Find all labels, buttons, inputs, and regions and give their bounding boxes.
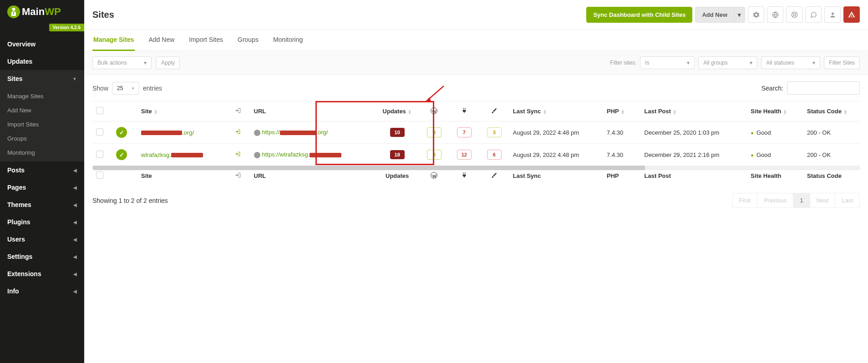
last-sync-cell: August 29, 2022 4:48 pm bbox=[509, 144, 603, 166]
last-sync-cell: August 29, 2022 4:48 pm bbox=[509, 121, 603, 144]
apply-button[interactable]: Apply bbox=[156, 56, 180, 69]
tab-groups[interactable]: Groups bbox=[237, 30, 259, 51]
nav-plugins[interactable]: Plugins◀ bbox=[0, 213, 84, 231]
nav-themes[interactable]: Themes◀ bbox=[0, 196, 84, 213]
page-last[interactable]: Last bbox=[835, 193, 860, 208]
add-new-button[interactable]: Add New bbox=[695, 7, 734, 23]
select-all-footer-checkbox[interactable] bbox=[96, 171, 103, 179]
col-last-post[interactable]: Last Post bbox=[645, 108, 671, 115]
theme-updates-badge[interactable]: 6 bbox=[487, 150, 502, 160]
svg-point-4 bbox=[832, 12, 834, 15]
nav-sub-groups[interactable]: Groups bbox=[0, 131, 84, 146]
help-icon[interactable] bbox=[786, 6, 802, 23]
row-checkbox[interactable] bbox=[96, 128, 103, 136]
health-cell: Good bbox=[751, 151, 771, 158]
status-ok-icon bbox=[116, 127, 127, 138]
caret-left-icon: ◀ bbox=[73, 237, 77, 242]
wp-updates-badge[interactable]: 0 bbox=[427, 127, 442, 137]
tab-manage-sites[interactable]: Manage Sites bbox=[92, 30, 135, 51]
filter-is-select[interactable]: Is▾ bbox=[640, 56, 695, 69]
nav-sites[interactable]: Sites▼ bbox=[0, 70, 84, 87]
filter-groups-select[interactable]: All groups▾ bbox=[698, 56, 757, 69]
page-prev[interactable]: Previous bbox=[757, 193, 794, 208]
nav-extensions[interactable]: Extensions◀ bbox=[0, 265, 84, 282]
bulk-actions-select[interactable]: Bulk actions▾ bbox=[92, 56, 152, 69]
url-link[interactable]: https://.org/ bbox=[254, 129, 328, 136]
page-first[interactable]: First bbox=[732, 193, 757, 208]
col-php[interactable]: PHP bbox=[607, 108, 619, 115]
filter-statuses-select[interactable]: All statuses▾ bbox=[761, 56, 820, 69]
col-status-code[interactable]: Status Code bbox=[807, 108, 842, 115]
nav-sub-monitoring[interactable]: Monitoring bbox=[0, 146, 84, 160]
logo: MainWP Version 4.2.6 bbox=[0, 0, 84, 22]
nav-info[interactable]: Info◀ bbox=[0, 282, 84, 300]
caret-left-icon: ◀ bbox=[73, 289, 77, 294]
sync-button[interactable]: Sync Dashboard with Child Sites bbox=[586, 7, 692, 23]
col-site-health[interactable]: Site Health bbox=[751, 108, 781, 115]
filter-sites-label: Filter sites: bbox=[610, 60, 636, 66]
table-footer: Showing 1 to 2 of 2 entries First Previo… bbox=[84, 186, 868, 215]
signin-icon[interactable] bbox=[235, 151, 241, 158]
add-new-split-button[interactable]: Add New ▾ bbox=[695, 7, 745, 23]
theme-updates-badge[interactable]: 3 bbox=[487, 127, 502, 137]
nav-settings[interactable]: Settings◀ bbox=[0, 248, 84, 265]
col-last-sync[interactable]: Last Sync bbox=[513, 108, 541, 115]
wp-updates-badge[interactable]: 0 bbox=[427, 150, 442, 160]
url-link[interactable]: https://wtrafazksg. bbox=[254, 151, 342, 158]
select-all-checkbox[interactable] bbox=[96, 107, 103, 114]
plugin-updates-badge[interactable]: 7 bbox=[457, 127, 472, 137]
page-title: Sites bbox=[92, 10, 114, 20]
chat-icon[interactable] bbox=[805, 6, 822, 23]
caret-left-icon: ◀ bbox=[73, 168, 77, 173]
nav-updates[interactable]: Updates bbox=[0, 53, 84, 70]
wordpress-icon bbox=[431, 108, 437, 116]
signin-icon[interactable] bbox=[235, 129, 241, 136]
updates-badge[interactable]: 18 bbox=[390, 150, 405, 159]
nav-pages[interactable]: Pages◀ bbox=[0, 179, 84, 196]
nav-users[interactable]: Users◀ bbox=[0, 231, 84, 248]
showing-info: Showing 1 to 2 of 2 entries bbox=[92, 197, 168, 204]
svg-rect-0 bbox=[13, 12, 14, 15]
nav-sub-import-sites[interactable]: Import Sites bbox=[0, 117, 84, 131]
brush-icon bbox=[491, 172, 497, 180]
alert-icon[interactable] bbox=[843, 6, 860, 23]
tab-add-new[interactable]: Add New bbox=[147, 30, 175, 51]
nav-posts[interactable]: Posts◀ bbox=[0, 161, 84, 179]
horizontal-scrollbar[interactable] bbox=[92, 166, 860, 170]
plugin-updates-badge[interactable]: 12 bbox=[457, 150, 472, 160]
page-size-select[interactable]: 25▾ bbox=[112, 82, 139, 95]
site-link[interactable]: wtrafazksg. bbox=[141, 151, 203, 158]
add-new-dropdown[interactable]: ▾ bbox=[734, 7, 745, 23]
globe-icon bbox=[254, 152, 260, 158]
filter-bar: Bulk actions▾ Apply Filter sites: Is▾ Al… bbox=[84, 51, 868, 75]
signin-icon bbox=[235, 108, 241, 115]
page-1[interactable]: 1 bbox=[793, 193, 810, 208]
user-icon[interactable] bbox=[824, 6, 841, 23]
last-post-cell: December 25, 2020 1:03 pm bbox=[641, 121, 747, 144]
site-link[interactable]: .org/ bbox=[141, 129, 194, 136]
globe-icon[interactable] bbox=[767, 6, 783, 23]
sidebar: MainWP Version 4.2.6 Overview Updates Si… bbox=[0, 0, 84, 363]
filter-sites-button[interactable]: Filter Sites bbox=[824, 56, 860, 69]
tab-import-sites[interactable]: Import Sites bbox=[188, 30, 224, 51]
php-cell: 7.4.30 bbox=[603, 144, 641, 166]
caret-down-icon: ▼ bbox=[72, 76, 77, 81]
col-url[interactable]: URL bbox=[254, 108, 266, 115]
status-ok-icon bbox=[116, 149, 127, 160]
col-site[interactable]: Site bbox=[141, 108, 152, 115]
php-cell: 7.4.30 bbox=[603, 121, 641, 144]
row-checkbox[interactable] bbox=[96, 151, 103, 158]
nav-sub-add-new[interactable]: Add New bbox=[0, 103, 84, 117]
caret-left-icon: ◀ bbox=[73, 185, 77, 190]
page-next[interactable]: Next bbox=[810, 193, 836, 208]
tab-monitoring[interactable]: Monitoring bbox=[272, 30, 304, 51]
globe-icon bbox=[254, 130, 260, 136]
search-input[interactable] bbox=[787, 81, 860, 95]
table-row: wtrafazksg. https://wtrafazksg. 18 0 12 … bbox=[92, 144, 860, 166]
nav-overview[interactable]: Overview bbox=[0, 35, 84, 53]
col-updates[interactable]: Updates bbox=[383, 108, 406, 115]
updates-badge[interactable]: 10 bbox=[390, 128, 405, 137]
nav-sub-manage-sites[interactable]: Manage Sites bbox=[0, 89, 84, 103]
entries-label: entries bbox=[143, 85, 162, 92]
gear-icon[interactable] bbox=[748, 6, 764, 23]
